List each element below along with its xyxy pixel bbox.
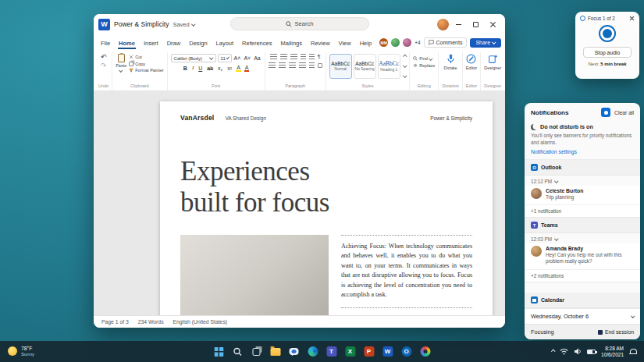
font-family-select[interactable]: Calibri (Body) [171, 54, 216, 62]
highlight-color-button[interactable]: A [236, 65, 241, 72]
collaborator-avatar[interactable]: MM [379, 38, 388, 47]
notification-group-outlook[interactable]: O Outlook [525, 160, 640, 176]
align-right-button[interactable] [289, 62, 296, 68]
style-no-spacing[interactable]: AaBbCc No Spacing [354, 54, 376, 79]
italic-button[interactable]: I [191, 66, 194, 71]
notification-settings-link[interactable]: Notification settings [531, 149, 634, 154]
close-button[interactable] [486, 17, 500, 31]
battery-button[interactable] [587, 350, 596, 354]
bullets-button[interactable] [270, 54, 277, 59]
bold-button[interactable]: B [183, 66, 188, 71]
notifications-button[interactable] [629, 349, 636, 355]
task-view-button[interactable] [250, 345, 263, 358]
line-spacing-button[interactable] [309, 62, 315, 68]
tab-review[interactable]: Review [310, 37, 331, 49]
tab-file[interactable]: File [100, 37, 111, 49]
copy-button[interactable]: Copy [129, 62, 145, 66]
collaborator-avatar[interactable] [391, 38, 400, 47]
tray-overflow-button[interactable] [552, 350, 555, 353]
search-input[interactable]: Search [230, 17, 369, 30]
undo-button[interactable]: ↶ [101, 54, 107, 61]
network-button[interactable] [560, 348, 568, 355]
stop-audio-button[interactable]: Stop audio [583, 47, 632, 58]
tab-draw[interactable]: Draw [166, 37, 182, 49]
show-formatting-button[interactable]: ¶ [318, 54, 321, 59]
do-not-disturb-toggle[interactable] [601, 108, 610, 117]
numbering-button[interactable] [280, 54, 287, 59]
notification-item[interactable]: Amanda Brady Hey! Can you help me out wi… [525, 243, 640, 268]
file-explorer-button[interactable] [269, 345, 282, 358]
format-painter-button[interactable]: Format Painter [129, 68, 163, 73]
notification-group-calendar[interactable]: Calendar [525, 293, 640, 308]
paste-button[interactable]: Paste [116, 54, 126, 73]
more-notifications-link[interactable]: +1 notification [525, 204, 640, 218]
editor-button[interactable]: Editor [466, 54, 477, 70]
notification-group-teams[interactable]: T Teams [525, 218, 640, 233]
powerpoint-button[interactable]: P [362, 345, 375, 358]
chat-button[interactable] [287, 345, 301, 358]
style-heading-1[interactable]: AaBbCc Heading 1 [378, 54, 400, 79]
subscript-button[interactable]: x₂ [217, 66, 223, 71]
edge-button[interactable] [306, 345, 319, 358]
autosave-status[interactable]: Saved [173, 21, 194, 28]
multilevel-list-button[interactable] [290, 54, 297, 59]
document-page[interactable]: VanArsdel VA Shared Design Power & Simpl… [160, 101, 493, 315]
tab-view[interactable]: View [338, 37, 352, 49]
document-canvas[interactable]: VanArsdel VA Shared Design Power & Simpl… [94, 91, 505, 315]
decrease-font-button[interactable]: A˅ [243, 55, 251, 61]
language-status[interactable]: English (United States) [173, 319, 228, 325]
borders-button[interactable] [318, 63, 322, 68]
calendar-date-row[interactable]: Wednesday, October 6 [525, 308, 640, 324]
volume-button[interactable] [574, 348, 582, 355]
photos-button[interactable] [418, 345, 432, 358]
find-button[interactable]: Find [413, 56, 435, 61]
page-count[interactable]: Page 1 of 3 [101, 319, 129, 325]
tab-design[interactable]: Design [188, 37, 208, 49]
word-count[interactable]: 234 Words [138, 319, 164, 325]
maximize-button[interactable] [468, 17, 483, 31]
collaborator-overflow[interactable]: +4 [415, 40, 420, 45]
collaborator-avatar[interactable] [403, 38, 411, 47]
account-avatar[interactable] [437, 19, 449, 30]
comments-button[interactable]: Comments [424, 37, 468, 48]
teams-button[interactable]: T [325, 345, 338, 358]
align-left-button[interactable] [269, 62, 276, 68]
tab-home[interactable]: Home [118, 37, 136, 49]
word-button[interactable]: W [381, 345, 394, 358]
change-case-button[interactable]: Aa [253, 55, 262, 61]
tab-layout[interactable]: Layout [215, 37, 235, 49]
notification-item[interactable]: Celeste Burton Trip planning [525, 186, 640, 204]
minimize-button[interactable] [451, 17, 466, 31]
strikethrough-button[interactable]: ab [206, 66, 214, 71]
styles-gallery-scroll[interactable] [402, 54, 407, 79]
align-center-button[interactable] [279, 62, 286, 68]
excel-button[interactable]: X [343, 345, 357, 358]
share-button[interactable]: Share [470, 38, 500, 48]
notification-timestamp[interactable]: 12:12 PM [525, 176, 640, 186]
tab-insert[interactable]: Insert [143, 37, 159, 49]
clock[interactable]: 8:28 AM 10/6/2021 [601, 346, 624, 358]
start-button[interactable] [212, 345, 226, 358]
close-icon[interactable] [629, 16, 635, 21]
weather-widget[interactable]: 78°F Sunny [0, 346, 34, 357]
font-size-select[interactable]: 11 [218, 54, 232, 62]
justify-button[interactable] [299, 62, 306, 68]
tab-mailings[interactable]: Mailings [279, 37, 303, 49]
underline-button[interactable]: U [197, 66, 203, 71]
decrease-indent-button[interactable] [301, 54, 306, 59]
dictate-button[interactable]: Dictate [444, 54, 457, 70]
font-color-button[interactable]: A [244, 65, 250, 72]
end-session-button[interactable]: End session [598, 329, 634, 335]
cut-button[interactable]: Cut [129, 55, 142, 59]
notification-timestamp[interactable]: 12:03 PM [525, 233, 640, 243]
designer-button[interactable]: Designer [484, 54, 501, 70]
increase-indent-button[interactable] [309, 54, 315, 59]
superscript-button[interactable]: x² [226, 66, 233, 71]
replace-button[interactable]: Replace [413, 63, 435, 68]
tab-help[interactable]: Help [359, 37, 372, 49]
clear-all-button[interactable]: Clear all [614, 110, 634, 115]
taskbar-search-button[interactable] [231, 345, 244, 358]
outlook-button[interactable]: O [400, 345, 413, 358]
style-normal[interactable]: AaBbCc Normal [329, 54, 352, 79]
more-notifications-link[interactable]: +2 notifications [525, 269, 640, 282]
